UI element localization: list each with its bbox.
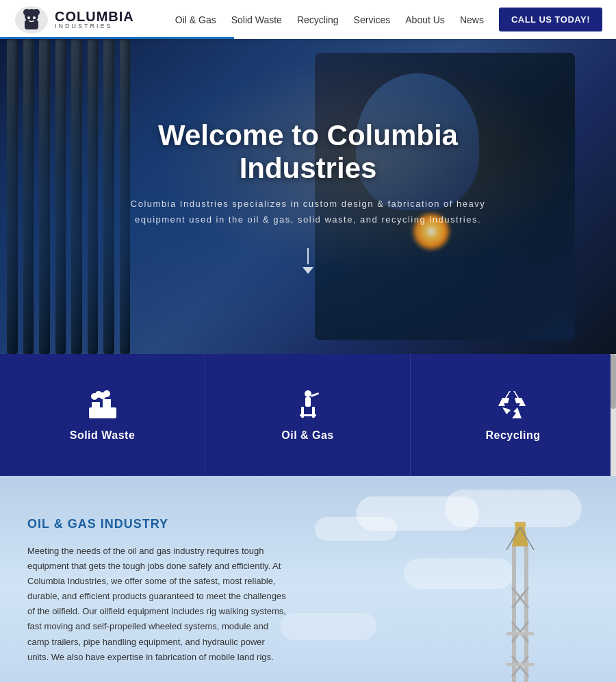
nav-recycling[interactable]: Recycling [297, 14, 339, 25]
svg-rect-35 [515, 522, 526, 527]
brand-name: COLUMBIA [55, 10, 134, 23]
svg-rect-8 [92, 402, 100, 407]
svg-point-2 [23, 9, 30, 16]
svg-rect-38 [506, 632, 534, 635]
oil-rig-image [479, 519, 561, 682]
recycling-label: Recycling [485, 429, 540, 442]
hero-scroll-indicator[interactable] [116, 248, 500, 274]
oil-gas-content: OIL & GAS INDUSTRY Meeting the needs of … [0, 476, 315, 682]
oil-gas-label: Oil & Gas [281, 429, 334, 442]
brand-sub: INDUSTRIES [55, 23, 134, 29]
scrollbar-track[interactable] [611, 354, 616, 476]
logo[interactable]: COLUMBIA INDUSTRIES [14, 5, 134, 35]
nav-cta-button[interactable]: CALL US TODAY! [499, 8, 602, 31]
oil-gas-title: OIL & GAS INDUSTRY [27, 517, 287, 531]
oil-gas-section: OIL & GAS INDUSTRY Meeting the needs of … [0, 476, 616, 682]
services-section: Solid Waste Oil & Gas Recycling [0, 354, 616, 476]
oil-rig-svg [479, 519, 561, 682]
nav-links: Oil & Gas Solid Waste Recycling Services… [175, 8, 602, 31]
solid-waste-icon [86, 388, 119, 421]
svg-point-6 [33, 16, 36, 19]
nav-progress-bar [0, 37, 234, 39]
solid-waste-label: Solid Waste [70, 429, 136, 442]
scroll-arrow [303, 267, 313, 274]
svg-point-13 [103, 390, 110, 397]
hero-content: Welcome to Columbia Industries Columbia … [116, 119, 500, 275]
svg-rect-16 [311, 392, 319, 397]
nav-solid-waste[interactable]: Solid Waste [231, 14, 282, 25]
scroll-line [307, 248, 309, 264]
oil-gas-body: Meeting the needs of the oil and gas ind… [27, 544, 287, 665]
nav-oil-gas[interactable]: Oil & Gas [175, 14, 216, 25]
svg-rect-9 [103, 399, 111, 407]
svg-rect-37 [506, 663, 534, 666]
oil-gas-icon [292, 388, 324, 421]
svg-point-3 [33, 9, 40, 16]
cloud-2 [315, 517, 397, 541]
scrollbar-thumb[interactable] [611, 354, 616, 409]
navbar: COLUMBIA INDUSTRIES Oil & Gas Solid Wast… [0, 0, 616, 39]
nav-about-us[interactable]: About Us [405, 14, 445, 25]
svg-point-5 [27, 16, 30, 19]
service-card-oil-gas[interactable]: Oil & Gas [205, 354, 411, 476]
nav-services[interactable]: Services [354, 14, 391, 25]
service-card-solid-waste[interactable]: Solid Waste [0, 354, 205, 476]
svg-rect-19 [300, 414, 316, 416]
hero-subtitle: Columbia Industries specializes in custo… [116, 196, 500, 228]
svg-point-14 [305, 390, 311, 397]
logo-icon [14, 5, 49, 35]
hero-title: Welcome to Columbia Industries [116, 119, 500, 185]
hero-section: Welcome to Columbia Industries Columbia … [0, 39, 616, 354]
service-card-recycling[interactable]: Recycling [411, 354, 616, 476]
nav-news[interactable]: News [460, 14, 484, 25]
svg-rect-15 [305, 397, 311, 407]
recycling-icon [497, 388, 530, 421]
svg-rect-7 [89, 407, 116, 418]
